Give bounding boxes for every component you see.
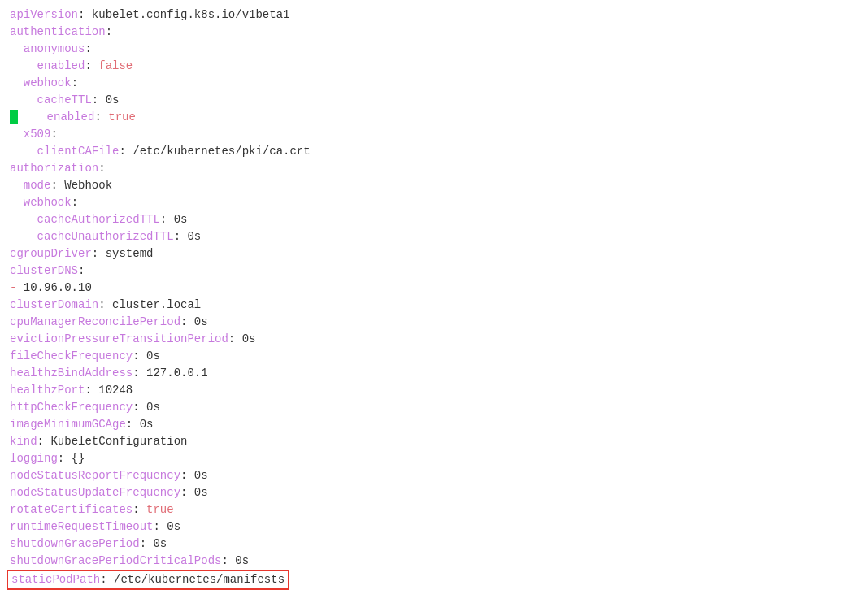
code-line-30: rotateCertificates: true [10, 501, 855, 518]
code-line-20: evictionPressureTransitionPeriod: 0s [10, 331, 855, 348]
code-line-18: clusterDomain: cluster.local [10, 297, 855, 314]
code-line-4: enabled: false [10, 58, 855, 75]
code-line-22: healthzBindAddress: 127.0.0.1 [10, 365, 855, 382]
code-line-5: webhook: [10, 75, 855, 92]
cursor-block [10, 110, 18, 124]
code-line-16: clusterDNS: [10, 262, 855, 280]
code-line-8: x509: [10, 126, 855, 143]
code-line-32: shutdownGracePeriod: 0s [10, 536, 855, 553]
code-line-9: clientCAFile: /etc/kubernetes/pki/ca.crt [10, 143, 855, 160]
code-line-2: authentication: [10, 24, 855, 41]
highlighted-line: staticPodPath: /etc/kubernetes/manifests [7, 570, 289, 590]
code-line-1: apiVersion: kubelet.config.k8s.io/v1beta… [10, 7, 855, 24]
code-line-27: logging: {} [10, 450, 855, 467]
code-line-31: runtimeRequestTimeout: 0s [10, 518, 855, 536]
code-line-24: httpCheckFrequency: 0s [10, 399, 855, 416]
code-line-17: - 10.96.0.10 [10, 280, 855, 297]
code-line-15: cgroupDriver: systemd [10, 245, 855, 262]
code-line-28: nodeStatusReportFrequency: 0s [10, 467, 855, 484]
code-line-14: cacheUnauthorizedTTL: 0s [10, 228, 855, 245]
code-line-13: cacheAuthorizedTTL: 0s [10, 211, 855, 228]
code-line-3: anonymous: [10, 41, 855, 58]
code-line-7: enabled: true [10, 109, 855, 126]
code-line-34: staticPodPath: /etc/kubernetes/manifests [10, 570, 855, 590]
code-lines: apiVersion: kubelet.config.k8s.io/v1beta… [10, 7, 855, 590]
code-line-12: webhook: [10, 194, 855, 211]
code-line-19: cpuManagerReconcilePeriod: 0s [10, 314, 855, 331]
code-line-21: fileCheckFrequency: 0s [10, 348, 855, 365]
code-line-26: kind: KubeletConfiguration [10, 433, 855, 450]
code-line-11: mode: Webhook [10, 177, 855, 194]
code-line-6: cacheTTL: 0s [10, 92, 855, 109]
code-line-25: imageMinimumGCAge: 0s [10, 416, 855, 433]
code-line-33: shutdownGracePeriodCriticalPods: 0s [10, 553, 855, 570]
code-line-10: authorization: [10, 160, 855, 177]
code-line-29: nodeStatusUpdateFrequency: 0s [10, 484, 855, 501]
code-line-23: healthzPort: 10248 [10, 382, 855, 399]
code-editor: apiVersion: kubelet.config.k8s.io/v1beta… [0, 0, 865, 616]
